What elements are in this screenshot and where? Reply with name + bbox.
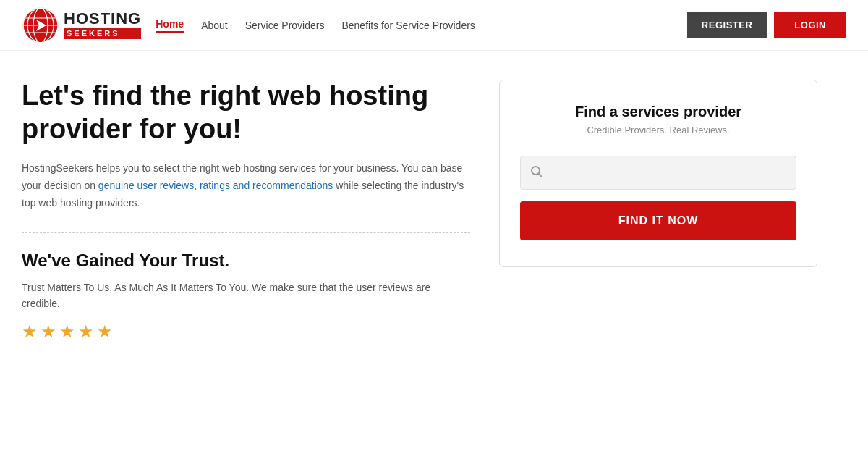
register-button[interactable]: REGISTER xyxy=(687,12,767,38)
logo-text: HOSTING SEEKERS xyxy=(64,11,141,39)
main-content: Let's find the right web hosting provide… xyxy=(0,51,868,371)
hero-title: Let's find the right web hosting provide… xyxy=(22,80,470,146)
svg-line-9 xyxy=(539,173,542,177)
star-5: ★ xyxy=(97,321,113,342)
star-3: ★ xyxy=(59,321,75,342)
ratings-link[interactable]: ratings and recommendations xyxy=(200,180,333,191)
section-divider xyxy=(22,232,470,233)
nav-about[interactable]: About xyxy=(201,20,228,31)
star-4: ★ xyxy=(78,321,94,342)
search-icon xyxy=(530,165,543,181)
nav-benefits[interactable]: Benefits for Service Providers xyxy=(341,20,475,31)
trust-title: We've Gained Your Trust. xyxy=(22,251,470,271)
find-it-now-button[interactable]: FIND IT NOW xyxy=(520,201,796,240)
right-section: Find a services provider Credible Provid… xyxy=(499,80,817,342)
search-input[interactable] xyxy=(520,156,796,190)
star-2: ★ xyxy=(41,321,56,342)
logo-seekers: SEEKERS xyxy=(64,28,141,39)
star-rating: ★ ★ ★ ★ ★ xyxy=(22,321,470,342)
search-card-subtitle: Credible Providers. Real Reviews. xyxy=(520,125,796,135)
login-button[interactable]: LOGIN xyxy=(774,12,846,38)
hero-description: HostingSeekers helps you to select the r… xyxy=(22,160,470,211)
nav-links: Home About Service Providers Benefits fo… xyxy=(156,18,687,33)
nav-service-providers[interactable]: Service Providers xyxy=(245,20,325,31)
logo-globe-icon xyxy=(22,7,59,44)
trust-description: Trust Matters To Us, As Much As It Matte… xyxy=(22,279,470,312)
logo: HOSTING SEEKERS xyxy=(22,7,141,44)
search-card: Find a services provider Credible Provid… xyxy=(499,80,817,267)
nav-buttons: REGISTER LOGIN xyxy=(687,12,846,38)
logo-hosting: HOSTING xyxy=(64,11,141,27)
genuine-reviews-link[interactable]: genuine user reviews, xyxy=(98,180,197,191)
search-input-wrapper xyxy=(520,156,796,190)
nav-home[interactable]: Home xyxy=(156,18,184,33)
search-card-title: Find a services provider xyxy=(520,104,796,120)
star-1: ★ xyxy=(22,321,38,342)
left-section: Let's find the right web hosting provide… xyxy=(22,80,470,342)
navbar: HOSTING SEEKERS Home About Service Provi… xyxy=(0,0,868,51)
